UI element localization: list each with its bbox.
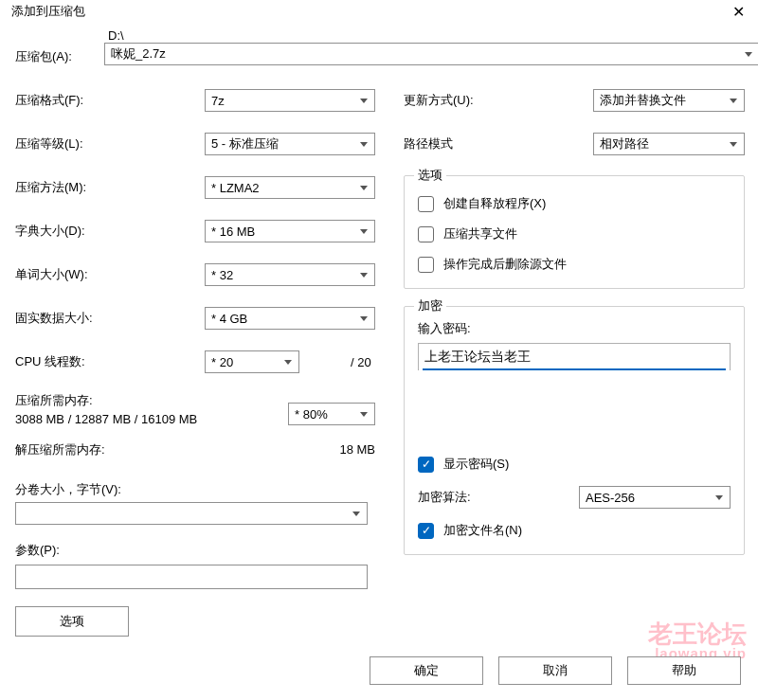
dict-select[interactable] [205,220,375,242]
show-password-row[interactable]: ✓ 显示密码(S) [418,456,731,473]
cancel-button[interactable]: 取消 [498,656,612,685]
show-password-checkbox[interactable]: ✓ [418,457,434,473]
word-select[interactable] [205,263,375,286]
update-select[interactable] [593,89,745,112]
archive-dir-hint: D:\ [104,28,758,43]
delete-after-checkbox[interactable] [418,257,434,273]
mem-decompress-label: 解压缩所需内存: [15,440,339,459]
encrypt-names-row[interactable]: ✓ 加密文件名(N) [418,522,731,539]
params-input[interactable] [15,565,368,589]
threads-total: / 20 [351,355,371,369]
encryption-group: 加密 输入密码: ✓ 显示密码(S) 加密算法: ✓ 加密文件名(N) [404,306,745,555]
title-bar: 添加到压缩包 ✕ [0,0,758,25]
word-label: 单词大小(W): [15,266,205,283]
options-button[interactable]: 选项 [15,606,129,637]
sfx-label: 创建自释放程序(X) [443,195,546,212]
encryption-group-title: 加密 [414,297,446,314]
level-label: 压缩等级(L): [15,135,205,153]
sfx-checkbox-row[interactable]: 创建自释放程序(X) [418,195,731,212]
solid-select[interactable] [205,307,375,330]
split-combo[interactable] [15,502,368,525]
update-label: 更新方式(U): [404,92,593,109]
format-label: 压缩格式(F): [15,92,205,109]
shared-label: 压缩共享文件 [443,225,517,242]
dict-label: 字典大小(D): [15,223,205,240]
options-group-title: 选项 [414,167,446,184]
show-password-label: 显示密码(S) [443,456,509,473]
params-label: 参数(P): [15,542,375,559]
format-select[interactable] [205,89,375,112]
encrypt-names-checkbox[interactable]: ✓ [418,523,434,539]
delete-after-label: 操作完成后删除源文件 [443,256,567,273]
options-group: 选项 创建自释放程序(X) 压缩共享文件 操作完成后删除源文件 [404,175,745,289]
archive-path-row: 压缩包(A): D:\ ... [15,28,745,65]
sfx-checkbox[interactable] [418,196,434,212]
threads-select[interactable] [205,350,299,373]
threads-label: CPU 线程数: [15,353,205,370]
level-select[interactable] [205,133,375,155]
left-column: 压缩格式(F): 压缩等级(L): 压缩方法(M): 字典大小(D): 单词大小… [15,88,375,637]
password-input[interactable] [423,346,726,370]
archive-filename-combo[interactable] [104,43,758,65]
solid-label: 固实数据大小: [15,310,205,327]
shared-checkbox[interactable] [418,226,434,242]
enc-algo-label: 加密算法: [418,489,560,506]
ok-button[interactable]: 确定 [370,656,483,685]
mem-compress-value: 3088 MB / 12887 MB / 16109 MB [15,410,288,429]
pathmode-select[interactable] [593,133,745,155]
delete-after-checkbox-row[interactable]: 操作完成后删除源文件 [418,256,731,273]
mem-compress-label: 压缩所需内存: [15,391,288,410]
help-button[interactable]: 帮助 [627,656,741,685]
shared-checkbox-row[interactable]: 压缩共享文件 [418,225,731,242]
right-column: 更新方式(U): 路径模式 选项 创建自释放程序(X) 压缩共享文件 [404,88,745,637]
method-select[interactable] [205,176,375,199]
enc-algo-select[interactable] [579,486,731,509]
password-label: 输入密码: [418,320,731,337]
close-icon[interactable]: ✕ [727,3,750,21]
archive-label: 压缩包(A): [15,48,95,65]
pathmode-label: 路径模式 [404,135,593,153]
split-label: 分卷大小，字节(V): [15,481,375,498]
method-label: 压缩方法(M): [15,179,205,196]
mem-decompress-value: 18 MB [339,440,375,459]
encrypt-names-label: 加密文件名(N) [443,522,522,539]
mem-percent-select[interactable] [288,403,375,425]
footer-buttons: 确定 取消 帮助 [370,656,741,685]
window-title: 添加到压缩包 [11,3,85,20]
